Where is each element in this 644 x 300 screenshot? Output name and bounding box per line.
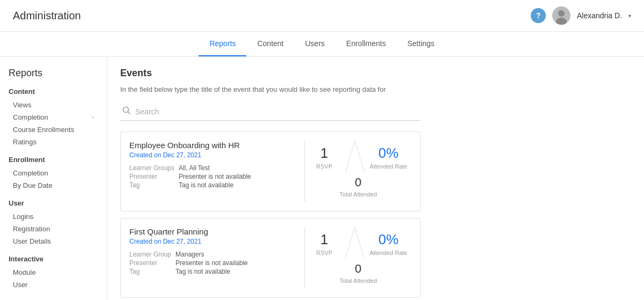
total-attended-label: Total Attended [340, 191, 377, 197]
event-info: Employee Onboarding with HR Created on D… [129, 141, 294, 189]
stats-section: 1 RSVP 0% Attended Rate 0 Total Attended [304, 141, 412, 202]
sidebar-title: Reports [9, 68, 98, 79]
tab-enrollments[interactable]: Enrollments [335, 32, 397, 56]
svg-line-4 [128, 112, 130, 114]
tab-content[interactable]: Content [246, 32, 294, 56]
attended-rate-block: 0% Attended Rate [365, 227, 412, 259]
event-title: First Quarter Planning [129, 227, 294, 236]
presenter-value: Presenter is not available [179, 173, 294, 180]
presenter-label: Presenter [129, 259, 171, 267]
sidebar-item-label: Completion [13, 113, 48, 121]
attended-rate-label: Attended Rate [370, 250, 407, 256]
event-date: Created on Dec 27, 2021 [129, 238, 294, 245]
sidebar-item-by-due-date[interactable]: By Due Date [9, 179, 98, 192]
sidebar-section-interactive: Interactive [9, 255, 98, 263]
v-shape-divider [344, 141, 365, 174]
user-name[interactable]: Alexandria D. [577, 11, 622, 20]
sidebar-section-enrollment: Enrollment [9, 156, 98, 164]
sidebar-item-ratings[interactable]: Ratings [9, 136, 98, 148]
search-input[interactable] [135, 107, 419, 116]
avatar [552, 6, 570, 25]
presenter-label: Presenter [129, 173, 174, 180]
sidebar-item-label: Registration [13, 225, 50, 233]
event-card-0: Employee Onboarding with HR Created on D… [120, 131, 421, 211]
v-shape-divider [344, 227, 365, 261]
rsvp-block: 1 RSVP [305, 141, 344, 172]
sidebar: Reports Content Views Completion › Cours… [0, 57, 107, 300]
help-icon[interactable]: ? [531, 8, 546, 23]
search-container [120, 103, 421, 121]
sidebar-item-label: Views [13, 101, 31, 109]
tab-reports[interactable]: Reports [199, 32, 246, 56]
rsvp-label: RSVP [316, 163, 332, 170]
sidebar-item-interactive-user[interactable]: User [9, 279, 98, 291]
sidebar-section-user: User [9, 199, 98, 207]
svg-line-6 [355, 141, 364, 173]
sidebar-section-content: Content [9, 87, 98, 96]
rsvp-value: 1 [309, 145, 340, 162]
learner-groups-value: Managers [175, 251, 294, 258]
sidebar-item-interactive-module[interactable]: Module [9, 266, 98, 279]
rsvp-label: RSVP [316, 250, 332, 256]
sidebar-item-views[interactable]: Views [9, 99, 98, 111]
attended-rate-value: 0% [370, 145, 407, 162]
learner-groups-label: Learner Groups [129, 164, 174, 172]
main-layout: Reports Content Views Completion › Cours… [0, 57, 644, 300]
sidebar-item-enrollment-completion[interactable]: Completion [9, 167, 98, 179]
svg-line-5 [345, 141, 355, 173]
total-attended-block: 0 Total Attended [340, 174, 377, 202]
event-card-1: First Quarter Planning Created on Dec 27… [120, 218, 421, 298]
v-divider-svg [344, 227, 365, 259]
sidebar-item-label: Completion [13, 169, 48, 177]
page-description: In the field below type the title of the… [120, 85, 631, 93]
attended-rate-block: 0% Attended Rate [365, 141, 412, 172]
total-attended-value: 0 [340, 175, 377, 189]
tag-value: Tag is not available [179, 181, 294, 189]
sidebar-item-label: Module [13, 268, 36, 276]
sidebar-item-user-details[interactable]: User Details [9, 235, 98, 247]
tab-settings[interactable]: Settings [397, 32, 445, 56]
event-card-inner: Employee Onboarding with HR Created on D… [129, 141, 412, 202]
content-area: Events In the field below type the title… [107, 57, 644, 300]
event-meta: Learner Group Managers Presenter Present… [129, 251, 294, 275]
total-attended-label: Total Attended [340, 277, 377, 284]
header-right: ? Alexandria D. ▾ [531, 6, 631, 25]
event-info: First Quarter Planning Created on Dec 27… [129, 227, 294, 275]
event-title: Employee Onboarding with HR [129, 141, 294, 150]
sidebar-item-label: By Due Date [13, 181, 53, 189]
rsvp-value: 1 [309, 231, 340, 248]
stats-section: 1 RSVP 0% Attended Rate 0 Total Attended [304, 227, 412, 289]
learner-groups-label: Learner Group [129, 251, 171, 258]
presenter-value: Presenter is not available [175, 259, 294, 267]
total-attended-value: 0 [340, 262, 377, 276]
rsvp-block: 1 RSVP [305, 227, 344, 259]
page-title: Events [120, 68, 631, 79]
svg-point-1 [558, 10, 565, 17]
search-icon [122, 106, 131, 117]
tab-users[interactable]: Users [295, 32, 336, 56]
attended-rate-label: Attended Rate [370, 163, 407, 170]
tag-label: Tag [129, 181, 174, 189]
tag-value: Tag is not available [175, 268, 294, 275]
sidebar-item-course-enrollments[interactable]: Course Enrollments [9, 123, 98, 136]
sidebar-item-label: Ratings [13, 138, 36, 146]
tag-label: Tag [129, 268, 171, 275]
sidebar-item-completion[interactable]: Completion › [9, 111, 98, 123]
event-card-inner: First Quarter Planning Created on Dec 27… [129, 227, 412, 289]
sidebar-item-registration[interactable]: Registration [9, 223, 98, 235]
event-date: Created on Dec 27, 2021 [129, 151, 294, 159]
chevron-right-icon: › [92, 114, 94, 120]
app-title: Administration [13, 10, 81, 22]
sidebar-item-logins[interactable]: Logins [9, 210, 98, 223]
event-list: Employee Onboarding with HR Created on D… [120, 131, 631, 298]
app-header: Administration ? Alexandria D. ▾ [0, 0, 644, 32]
v-divider-svg [344, 141, 365, 173]
user-menu-chevron[interactable]: ▾ [628, 13, 631, 19]
event-meta: Learner Groups All, Ali Test Presenter P… [129, 164, 294, 189]
learner-groups-value: All, Ali Test [179, 164, 294, 172]
sidebar-item-label: User [13, 281, 27, 289]
svg-line-7 [345, 227, 355, 259]
top-nav: Reports Content Users Enrollments Settin… [0, 32, 644, 57]
sidebar-item-label: Logins [13, 213, 33, 221]
attended-rate-value: 0% [370, 231, 407, 248]
